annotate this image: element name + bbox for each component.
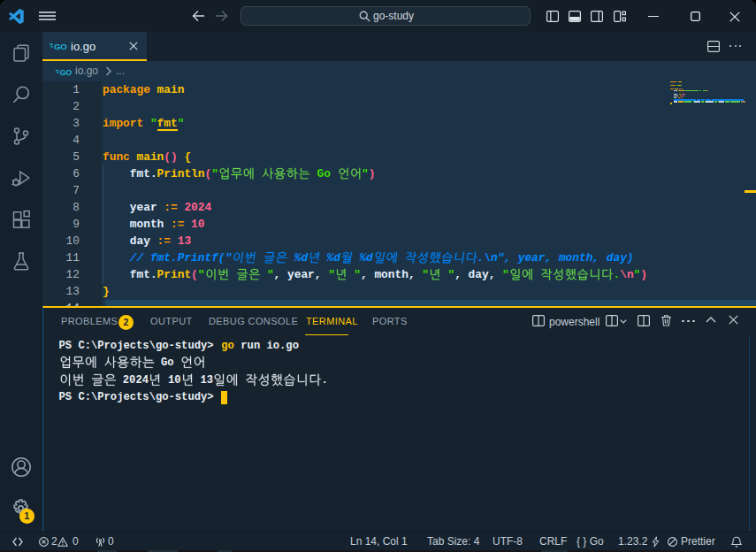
svg-text:GO: GO bbox=[59, 68, 72, 77]
svg-text:GO: GO bbox=[54, 42, 67, 51]
